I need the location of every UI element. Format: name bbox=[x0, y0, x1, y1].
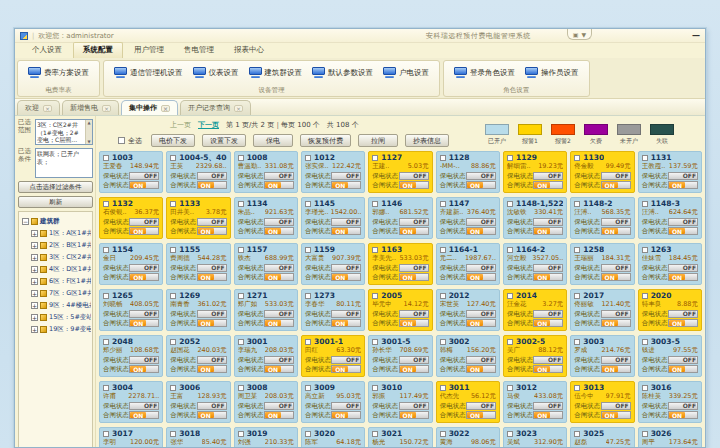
meter-checkbox[interactable] bbox=[170, 293, 176, 299]
supply-toggle[interactable]: OFF bbox=[466, 264, 496, 272]
switch-toggle[interactable]: ON bbox=[466, 411, 496, 419]
switch-toggle[interactable]: ON bbox=[601, 273, 631, 281]
meter-checkbox[interactable] bbox=[170, 247, 176, 253]
supply-toggle[interactable]: OFF bbox=[129, 264, 159, 272]
supply-toggle[interactable]: OFF bbox=[399, 402, 429, 410]
tree-node[interactable]: +19区：9#变电站（… bbox=[31, 323, 91, 335]
switch-toggle[interactable]: ON bbox=[668, 319, 698, 327]
meter-checkbox[interactable] bbox=[372, 431, 378, 437]
switch-toggle[interactable]: ON bbox=[399, 227, 429, 235]
switch-toggle[interactable]: ON bbox=[264, 273, 294, 281]
meter-checkbox[interactable] bbox=[103, 201, 109, 207]
skin-icon[interactable]: ▣ bbox=[573, 31, 579, 38]
supply-toggle[interactable]: OFF bbox=[399, 310, 429, 318]
switch-toggle[interactable]: ON bbox=[399, 273, 429, 281]
supply-toggle[interactable]: OFF bbox=[331, 264, 361, 272]
switch-toggle[interactable]: ON bbox=[129, 273, 159, 281]
tree-node[interactable]: +6区：F区1#井（F… bbox=[31, 275, 91, 287]
meter-checkbox[interactable] bbox=[238, 293, 244, 299]
meter-checkbox[interactable] bbox=[238, 247, 244, 253]
switch-toggle[interactable]: ON bbox=[264, 181, 294, 189]
supply-toggle[interactable]: OFF bbox=[331, 402, 361, 410]
choose-filter-button[interactable]: 点击选择过滤条件 bbox=[18, 181, 93, 193]
meter-checkbox[interactable] bbox=[574, 155, 580, 161]
switch-toggle[interactable]: ON bbox=[668, 411, 698, 419]
supply-toggle[interactable]: OFF bbox=[197, 264, 227, 272]
meter-checkbox[interactable] bbox=[642, 155, 648, 161]
ribbon-button-登录角色设置[interactable]: 登录角色设置 bbox=[449, 64, 520, 81]
tree-node[interactable]: +3区：C区2#井（1… bbox=[31, 251, 91, 263]
meter-checkbox[interactable] bbox=[642, 293, 648, 299]
switch-toggle[interactable]: ON bbox=[129, 411, 159, 419]
selected-condition-box[interactable]: 联网表；已开户表； bbox=[35, 148, 93, 178]
switch-toggle[interactable]: ON bbox=[466, 227, 496, 235]
supply-toggle[interactable]: OFF bbox=[533, 310, 563, 318]
switch-toggle[interactable]: ON bbox=[331, 319, 361, 327]
meter-checkbox[interactable] bbox=[642, 201, 648, 207]
meter-checkbox[interactable] bbox=[238, 201, 244, 207]
ribbon-button-仪表设置[interactable]: 仪表设置 bbox=[188, 64, 244, 81]
switch-toggle[interactable]: ON bbox=[601, 365, 631, 373]
tree-node[interactable]: +2区：B区1#井/B区 bbox=[31, 239, 91, 251]
meter-checkbox[interactable] bbox=[305, 385, 311, 391]
prev-page-link[interactable]: 上一页 bbox=[170, 120, 191, 130]
meter-checkbox[interactable] bbox=[440, 155, 446, 161]
switch-toggle[interactable]: ON bbox=[601, 181, 631, 189]
supply-toggle[interactable]: OFF bbox=[601, 402, 631, 410]
switch-toggle[interactable]: ON bbox=[264, 411, 294, 419]
supply-toggle[interactable]: OFF bbox=[129, 218, 159, 226]
toolbar-button-拉闸[interactable]: 拉闸 bbox=[358, 134, 398, 147]
ribbon-button-户电设置[interactable]: 户电设置 bbox=[378, 64, 434, 81]
chevron-down-icon[interactable]: ▼ bbox=[581, 31, 586, 38]
meter-checkbox[interactable] bbox=[574, 201, 580, 207]
expand-icon[interactable]: + bbox=[31, 326, 38, 333]
meter-checkbox[interactable] bbox=[305, 201, 311, 207]
supply-toggle[interactable]: OFF bbox=[264, 356, 294, 364]
meter-checkbox[interactable] bbox=[103, 155, 109, 161]
switch-toggle[interactable]: ON bbox=[399, 365, 429, 373]
switch-toggle[interactable]: ON bbox=[129, 365, 159, 373]
expand-icon[interactable]: + bbox=[31, 278, 38, 285]
meter-checkbox[interactable] bbox=[507, 293, 513, 299]
meter-checkbox[interactable] bbox=[642, 247, 648, 253]
switch-toggle[interactable]: ON bbox=[264, 319, 294, 327]
toolbar-button-设置下发[interactable]: 设置下发 bbox=[202, 134, 246, 147]
supply-toggle[interactable]: OFF bbox=[264, 172, 294, 180]
toolbar-button-抄表信息[interactable]: 抄表信息 bbox=[405, 134, 449, 147]
supply-toggle[interactable]: OFF bbox=[399, 264, 429, 272]
meter-checkbox[interactable] bbox=[507, 247, 513, 253]
tab-新增售电[interactable]: 新增售电× bbox=[62, 100, 119, 115]
expand-icon[interactable]: + bbox=[31, 230, 38, 237]
scrollbar[interactable]: ▲▼ bbox=[85, 120, 92, 144]
close-icon[interactable]: × bbox=[102, 105, 111, 112]
meter-checkbox[interactable] bbox=[170, 201, 176, 207]
tree-node[interactable]: +4区：D区1#井（D… bbox=[31, 263, 91, 275]
switch-toggle[interactable]: ON bbox=[399, 181, 429, 189]
meter-checkbox[interactable] bbox=[507, 155, 513, 161]
expand-icon[interactable]: + bbox=[31, 254, 38, 261]
switch-toggle[interactable]: ON bbox=[399, 319, 429, 327]
meter-checkbox[interactable] bbox=[574, 339, 580, 345]
toolbar-button-恢复预付费[interactable]: 恢复预付费 bbox=[300, 134, 351, 147]
supply-toggle[interactable]: OFF bbox=[129, 402, 159, 410]
switch-toggle[interactable]: ON bbox=[331, 181, 361, 189]
meter-checkbox[interactable] bbox=[440, 339, 446, 345]
supply-toggle[interactable]: OFF bbox=[197, 172, 227, 180]
switch-toggle[interactable]: ON bbox=[601, 319, 631, 327]
meter-checkbox[interactable] bbox=[507, 431, 513, 437]
switch-toggle[interactable]: ON bbox=[466, 181, 496, 189]
meter-checkbox[interactable] bbox=[642, 339, 648, 345]
meter-checkbox[interactable] bbox=[372, 339, 378, 345]
meter-checkbox[interactable] bbox=[170, 431, 176, 437]
meter-checkbox[interactable] bbox=[507, 201, 513, 207]
switch-toggle[interactable]: ON bbox=[533, 411, 563, 419]
meter-checkbox[interactable] bbox=[440, 201, 446, 207]
supply-toggle[interactable]: OFF bbox=[466, 310, 496, 318]
ribbon-button-通信管理机设置[interactable]: 通信管理机设置 bbox=[109, 64, 188, 81]
meter-checkbox[interactable] bbox=[372, 155, 378, 161]
meter-checkbox[interactable] bbox=[440, 385, 446, 391]
expand-icon[interactable]: + bbox=[31, 266, 38, 273]
tab-集中操作[interactable]: 集中操作× bbox=[121, 100, 178, 115]
meter-checkbox[interactable] bbox=[574, 293, 580, 299]
ribbon-button-建筑群设置[interactable]: 建筑群设置 bbox=[244, 64, 308, 81]
